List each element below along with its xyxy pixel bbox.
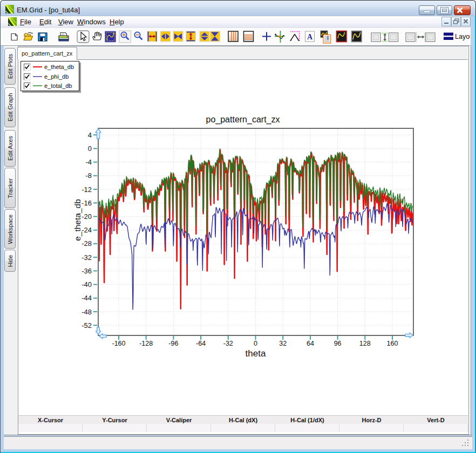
svg-text:4: 4 — [88, 131, 92, 139]
svg-text:po_pattern_cart_zx: po_pattern_cart_zx — [206, 115, 280, 125]
svg-text:-40: -40 — [81, 280, 92, 289]
svg-text:-12: -12 — [81, 186, 92, 194]
svg-text:e_theta_db: e_theta_db — [73, 199, 82, 241]
svg-text:-8: -8 — [85, 171, 92, 180]
svg-text:A: A — [307, 33, 313, 41]
svg-text:-32: -32 — [223, 340, 233, 347]
svg-text:-32: -32 — [81, 253, 92, 262]
svg-text:-96: -96 — [168, 340, 178, 347]
svg-text:-48: -48 — [81, 308, 92, 316]
svg-text:96: 96 — [334, 340, 342, 347]
svg-text:-44: -44 — [81, 294, 92, 302]
svg-text:-64: -64 — [196, 340, 206, 347]
svg-text:-52: -52 — [81, 321, 92, 330]
svg-text:-128: -128 — [139, 340, 153, 347]
svg-text:-36: -36 — [81, 267, 92, 275]
svg-text:0: 0 — [254, 340, 257, 347]
svg-text:theta: theta — [246, 348, 266, 359]
svg-text:-16: -16 — [81, 199, 92, 207]
svg-text:-4: -4 — [85, 158, 92, 166]
svg-text:32: 32 — [279, 340, 287, 347]
svg-text:160: 160 — [387, 340, 398, 347]
svg-text:-24: -24 — [81, 226, 92, 234]
svg-text:Layout: Layout — [455, 33, 470, 40]
svg-text:128: 128 — [359, 340, 371, 347]
svg-text:-160: -160 — [112, 340, 125, 347]
svg-text:0: 0 — [88, 145, 92, 153]
svg-text:64: 64 — [307, 340, 314, 347]
svg-text:-20: -20 — [81, 212, 92, 221]
svg-text:-28: -28 — [81, 239, 92, 248]
